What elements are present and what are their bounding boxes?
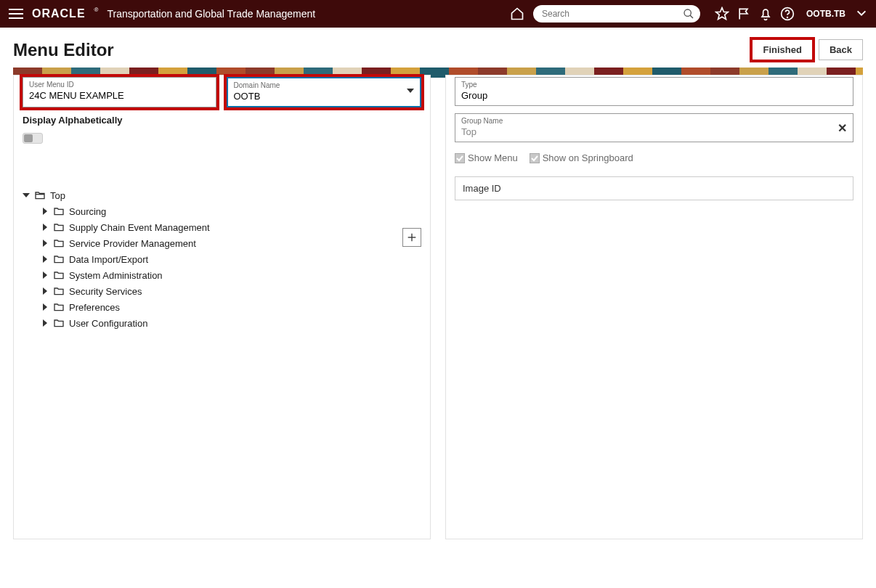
tree-item[interactable]: Sourcing (41, 203, 421, 219)
content: User Menu ID Domain Name Display Alphabe… (0, 75, 876, 552)
folder-icon (53, 221, 65, 233)
display-alpha-toggle[interactable] (23, 133, 43, 144)
clear-icon[interactable]: ✕ (838, 121, 847, 135)
checkbox-row: Show Menu Show on Springboard (455, 152, 853, 163)
type-field[interactable]: Type (455, 77, 853, 106)
tree-item-label: Data Import/Export (69, 254, 148, 265)
search-icon[interactable] (683, 8, 694, 20)
tree-children: SourcingSupply Chain Event ManagementSer… (41, 203, 421, 331)
hamburger-icon[interactable] (9, 9, 23, 19)
right-panel: Type Group Name ✕ Show Menu (445, 75, 863, 539)
collapse-icon[interactable] (23, 192, 30, 199)
tree-item[interactable]: Service Provider Management (41, 235, 421, 251)
domain-dropdown-icon[interactable] (407, 86, 414, 97)
display-alpha-label: Display Alphabetically (23, 115, 421, 126)
bell-icon[interactable] (758, 7, 773, 21)
search-input[interactable] (533, 5, 700, 23)
add-button[interactable] (402, 228, 421, 247)
show-menu-label: Show Menu (468, 152, 518, 163)
tree-root[interactable]: Top (23, 187, 421, 203)
tree-item[interactable]: Supply Chain Event Management (41, 219, 421, 235)
user-menu-id-input[interactable] (29, 90, 210, 101)
tree-item[interactable]: System Administration (41, 267, 421, 283)
image-id-label: Image ID (463, 183, 501, 194)
svg-marker-2 (716, 8, 729, 20)
page-actions: Finished Back (752, 39, 863, 60)
svg-marker-16 (43, 319, 47, 327)
expand-icon[interactable] (41, 287, 49, 295)
help-icon[interactable] (780, 7, 795, 21)
header-icons: OOTB.TB (715, 7, 867, 21)
check-icon (530, 153, 540, 163)
svg-marker-13 (43, 271, 47, 279)
show-menu-checkbox[interactable]: Show Menu (455, 152, 518, 163)
finished-button[interactable]: Finished (752, 39, 812, 60)
expand-icon[interactable] (41, 271, 49, 279)
expand-icon[interactable] (41, 224, 49, 231)
user-label: OOTB.TB (806, 9, 845, 19)
group-name-field[interactable]: Group Name ✕ (455, 113, 853, 142)
image-id-field[interactable]: Image ID (455, 176, 853, 200)
svg-marker-11 (43, 240, 47, 247)
tree-item-label: Sourcing (69, 206, 106, 217)
expand-icon[interactable] (41, 240, 49, 247)
user-menu-id-label: User Menu ID (29, 81, 210, 89)
user-menu-id-field[interactable]: User Menu ID (23, 77, 216, 107)
type-label: Type (461, 81, 847, 89)
svg-point-0 (684, 9, 691, 16)
page-title: Menu Editor (13, 40, 114, 60)
star-icon[interactable] (715, 7, 729, 21)
tree-item-label: Supply Chain Event Management (69, 222, 210, 233)
tree-item-label: Preferences (69, 302, 120, 313)
home-icon[interactable] (510, 7, 524, 21)
flag-icon[interactable] (737, 7, 751, 21)
svg-marker-8 (23, 193, 30, 197)
folder-icon (53, 317, 65, 329)
folder-open-icon (34, 189, 46, 201)
folder-icon (53, 205, 65, 217)
expand-icon[interactable] (41, 208, 49, 215)
svg-marker-15 (43, 303, 47, 311)
user-chevron-icon[interactable] (856, 7, 867, 21)
tree-item[interactable]: Preferences (41, 299, 421, 315)
svg-marker-12 (43, 256, 47, 263)
page-titlebar: Menu Editor Finished Back (0, 28, 876, 68)
svg-line-1 (690, 15, 693, 18)
expand-icon[interactable] (41, 256, 49, 263)
folder-icon (53, 285, 65, 297)
group-name-label: Group Name (461, 117, 847, 125)
domain-name-field[interactable]: Domain Name (227, 77, 422, 107)
tree-item[interactable]: Security Services (41, 283, 421, 299)
tree-item[interactable]: User Configuration (41, 315, 421, 331)
global-header: ORACLE® Transportation and Global Trade … (0, 0, 876, 28)
type-input[interactable] (461, 90, 847, 101)
domain-name-label: Domain Name (234, 81, 415, 89)
tree-root-label: Top (50, 190, 65, 201)
search-container (533, 5, 700, 23)
tree-item-label: User Configuration (69, 318, 147, 329)
expand-icon[interactable] (41, 319, 49, 327)
svg-point-4 (787, 17, 788, 18)
left-panel: User Menu ID Domain Name Display Alphabe… (13, 75, 431, 539)
menu-tree: Top SourcingSupply Chain Event Managemen… (23, 187, 421, 331)
folder-icon (53, 237, 65, 249)
brand-logo: ORACLE (32, 7, 86, 20)
folder-icon (53, 301, 65, 313)
folder-icon (53, 269, 65, 281)
group-name-input[interactable] (461, 126, 847, 137)
back-button[interactable]: Back (819, 39, 863, 60)
show-springboard-checkbox[interactable]: Show on Springboard (530, 152, 633, 163)
svg-marker-5 (407, 89, 414, 93)
show-springboard-label: Show on Springboard (543, 152, 633, 163)
folder-icon (53, 253, 65, 265)
tree-item[interactable]: Data Import/Export (41, 251, 421, 267)
tree-item-label: Security Services (69, 286, 142, 297)
svg-marker-9 (43, 208, 47, 215)
domain-name-input[interactable] (234, 91, 415, 102)
svg-marker-10 (43, 224, 47, 231)
svg-marker-14 (43, 287, 47, 295)
toggle-knob (24, 134, 33, 142)
check-icon (455, 153, 465, 163)
tree-item-label: System Administration (69, 270, 163, 281)
expand-icon[interactable] (41, 303, 49, 311)
